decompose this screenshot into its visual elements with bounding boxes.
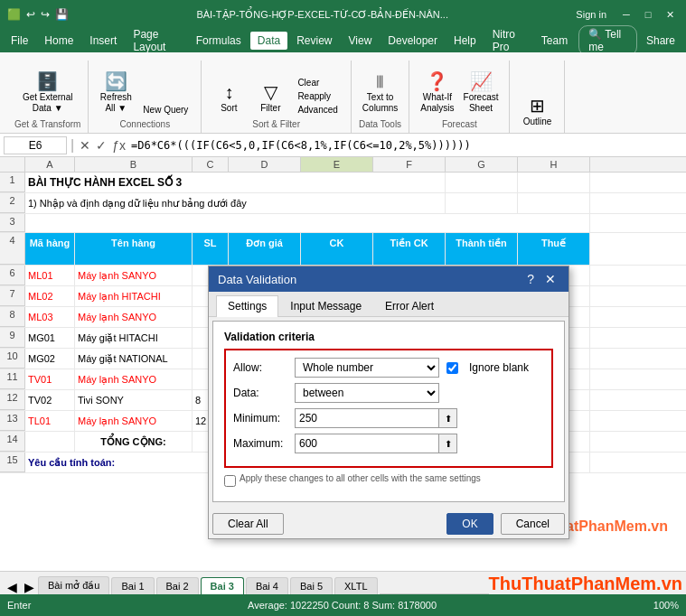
get-external-data-btn[interactable]: 🗄️ Get ExternalData ▼ [19, 70, 77, 116]
clear-all-button[interactable]: Clear All [212, 513, 284, 535]
cancel-formula-btn[interactable]: ✕ [78, 138, 92, 153]
tab-nav-next[interactable]: ▶ [21, 580, 38, 594]
allow-select[interactable]: Whole number [295, 358, 439, 378]
sort-button[interactable]: ↕ Sort [209, 81, 249, 116]
minimum-row: Minimum: ⬆ [233, 408, 544, 428]
sort-filter-inner: ↕ Sort ▽ Filter Clear Reapply Advanced [209, 77, 343, 116]
sheet-tab-bai-4[interactable]: Bai 4 [246, 577, 288, 594]
menu-view[interactable]: View [342, 32, 380, 50]
sort-icon: ↕ [224, 83, 233, 101]
dialog-overlay: Data Validation ? ✕ Settings Input Messa… [0, 157, 686, 571]
apply-all-checkbox[interactable] [224, 475, 236, 487]
title-bar: 🟩 ↩ ↪ 💾 BÀI-TẬP-TỔNG-HỢP-EXCEL-TỪ-CƠ-BẢN… [0, 0, 686, 29]
cancel-button[interactable]: Cancel [501, 513, 565, 535]
tab-input-message[interactable]: Input Message [278, 295, 373, 316]
forecast-sheet-button[interactable]: 📈 ForecastSheet [460, 70, 503, 116]
cell-reference-box[interactable] [4, 136, 67, 154]
get-external-data-button[interactable]: 🗄️ Get ExternalData ▼ [19, 70, 77, 116]
filter-button[interactable]: ▽ Filter [250, 81, 290, 116]
ribbon-group-data-tools: ⫴ Text toColumns Data Tools [352, 61, 409, 133]
reapply-btn[interactable]: Reapply [292, 90, 343, 102]
save-icon[interactable]: 💾 [55, 8, 69, 21]
menu-help[interactable]: Help [446, 32, 484, 50]
minimum-input[interactable] [295, 408, 439, 428]
what-if-icon: ❓ [426, 72, 448, 90]
status-bar: Enter Average: 1022250 Count: 8 Sum: 817… [0, 594, 686, 616]
menu-data[interactable]: Data [250, 32, 287, 50]
allow-label: Allow: [233, 361, 287, 374]
menu-nitro[interactable]: Nitro Pro [485, 25, 532, 56]
refresh-all-button[interactable]: 🔄 RefreshAll ▼ [96, 70, 136, 116]
menu-review[interactable]: Review [289, 32, 339, 50]
connections-inner: 🔄 RefreshAll ▼ New Query [96, 70, 193, 116]
refresh-all-label: RefreshAll ▼ [100, 92, 132, 114]
insert-function-btn[interactable]: ƒx [110, 138, 127, 153]
menu-page-layout[interactable]: Page Layout [126, 25, 186, 56]
dialog-title-bar: Data Validation ? ✕ [209, 266, 569, 292]
maximum-row: Maximum: ⬆ [233, 434, 544, 453]
reapply-label: Reapply [297, 91, 331, 101]
database-icon: 🗄️ [36, 72, 59, 90]
dialog-title-text: Data Validation [218, 273, 296, 286]
tab-nav-prev[interactable]: ◀ [4, 580, 21, 594]
ribbon-group-sort-filter: ↕ Sort ▽ Filter Clear Reapply Advanced S… [202, 61, 351, 133]
maximize-btn[interactable]: □ [639, 5, 657, 23]
sheet-tab-bai-5[interactable]: Bai 5 [290, 577, 333, 594]
sheet-tab-bai-mo-dau[interactable]: Bài mở đầu [38, 576, 109, 594]
dialog-body: Validation criteria Allow: Whole number … [212, 321, 565, 502]
dialog-close-btn[interactable]: ✕ [541, 272, 559, 286]
forecast-label: Forecast [442, 119, 477, 129]
sheet-tab-bai-1[interactable]: Bai 1 [111, 577, 154, 594]
status-mode: Enter [7, 600, 31, 611]
dialog-tabs: Settings Input Message Error Alert [209, 292, 569, 317]
menu-share[interactable]: Share [639, 32, 682, 50]
menu-formulas[interactable]: Formulas [189, 32, 249, 50]
clear-btn[interactable]: Clear [292, 77, 343, 89]
undo-icon[interactable]: ↩ [26, 8, 35, 21]
refresh-icon: 🔄 [105, 72, 127, 90]
menu-file[interactable]: File [4, 32, 35, 50]
what-if-button[interactable]: ❓ What-IfAnalysis [417, 70, 457, 116]
menu-team[interactable]: Team [534, 32, 575, 50]
menu-tell-me[interactable]: 🔍 Tell me [578, 25, 637, 56]
data-label: Data: [233, 387, 287, 399]
get-external-data-label: Get ExternalData ▼ [23, 92, 73, 114]
text-to-columns-button[interactable]: ⫴ Text toColumns [359, 70, 401, 116]
advanced-btn[interactable]: Advanced [292, 104, 343, 116]
menu-developer[interactable]: Developer [381, 32, 445, 50]
tab-error-alert[interactable]: Error Alert [373, 295, 446, 316]
redo-icon[interactable]: ↪ [41, 8, 50, 21]
minimum-input-group: ⬆ [295, 408, 457, 428]
menu-insert[interactable]: Insert [82, 32, 124, 50]
minimum-arrow-btn[interactable]: ⬆ [439, 408, 457, 428]
ribbon: 🗄️ Get ExternalData ▼ Get & Transform 🔄 … [0, 52, 686, 134]
minimize-btn[interactable]: ─ [617, 5, 635, 23]
text-to-columns-label: Text toColumns [362, 92, 398, 114]
forecast-icon: 📈 [470, 72, 493, 90]
sheet-tab-xltl[interactable]: XLTL [334, 577, 377, 594]
title-bar-left: 🟩 ↩ ↪ 💾 [7, 8, 69, 21]
connections-label: Connections [120, 119, 171, 129]
close-btn[interactable]: ✕ [661, 5, 679, 23]
confirm-formula-btn[interactable]: ✓ [94, 138, 108, 153]
ignore-blank-checkbox[interactable] [446, 362, 458, 374]
sheet-tab-bai-3[interactable]: Bai 3 [201, 577, 244, 594]
maximum-input[interactable] [295, 434, 439, 453]
outline-button[interactable]: ⊞ Outline [517, 95, 557, 129]
connections-small-btns: New Query [137, 104, 193, 116]
new-query-btn[interactable]: New Query [137, 104, 193, 116]
what-if-label: What-IfAnalysis [420, 92, 454, 114]
sheet-tab-bai-2[interactable]: Bai 2 [156, 577, 199, 594]
menu-home[interactable]: Home [37, 32, 80, 50]
ok-button[interactable]: OK [446, 513, 493, 535]
data-select[interactable]: between [295, 383, 439, 403]
maximum-arrow-btn[interactable]: ⬆ [439, 434, 457, 453]
data-row: Data: between [233, 383, 544, 403]
signin-btn[interactable]: Sign in [576, 9, 606, 20]
dialog-help-btn[interactable]: ? [523, 272, 538, 286]
tab-settings[interactable]: Settings [216, 295, 278, 317]
data-tools-label: Data Tools [359, 119, 401, 129]
sort-label: Sort [221, 103, 237, 114]
formula-input[interactable] [131, 139, 682, 152]
minimum-label: Minimum: [233, 412, 287, 425]
